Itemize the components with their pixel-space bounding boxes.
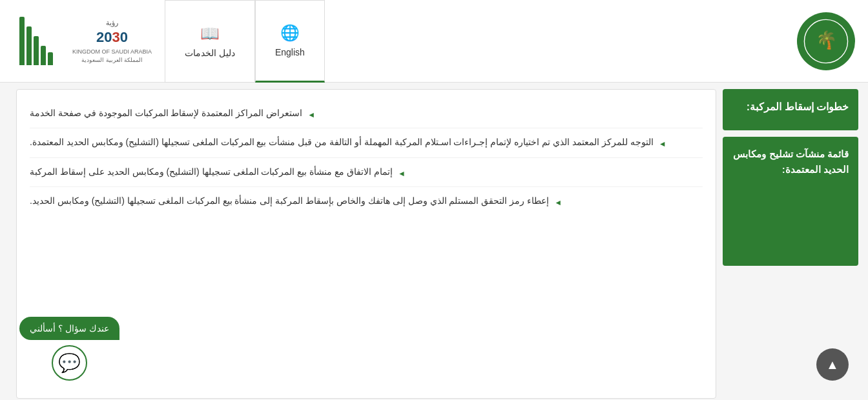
english-button[interactable]: 🌐 English xyxy=(255,0,325,83)
kingdom-arabic: المملكة العربية السعودية xyxy=(72,56,152,65)
steps-card: خطوات إسقاط المركبة: xyxy=(723,89,858,130)
globe-icon: 🌐 xyxy=(280,24,300,42)
header-right: 🌐 English 📖 دليل الخدمات رؤية 2030 KINGD… xyxy=(13,0,325,83)
abshir-logo xyxy=(13,17,59,65)
bar-2 xyxy=(41,46,46,65)
main-layout: خطوات إسقاط المركبة: قائمة منشآت تشليح و… xyxy=(0,83,868,400)
chat-bubble: عندك سؤال ؟ أسألني xyxy=(19,317,119,340)
english-label: English xyxy=(275,47,305,57)
steps-content: ◄استعراض المراكز المعتمدة لإسقاط المركبا… xyxy=(16,89,716,399)
chat-widget: عندك سؤال ؟ أسألني 💬 xyxy=(19,317,119,381)
secondary-title: قائمة منشآت تشليح ومكابس الحديد المعتمدة… xyxy=(732,146,849,177)
step-item: ◄إتمام الاتفاق مع منشأة بيع المركبات الم… xyxy=(30,158,703,187)
steps-list: ◄استعراض المراكز المعتمدة لإسقاط المركبا… xyxy=(30,99,703,216)
step-item: ◄إعطاء رمز التحقق المستلم الذي وصل إلى ه… xyxy=(30,187,703,215)
scroll-top-icon: ▲ xyxy=(826,357,839,372)
step-arrow: ◄ xyxy=(659,137,666,150)
header-left: 🌴 xyxy=(797,12,855,70)
vision-label: رؤية xyxy=(72,18,152,28)
bar-4 xyxy=(26,26,32,65)
steps-title: خطوات إسقاط المركبة: xyxy=(732,99,849,115)
secondary-card: قائمة منشآت تشليح ومكابس الحديد المعتمدة… xyxy=(723,137,858,266)
chat-icon: 💬 xyxy=(58,352,81,374)
bar-3 xyxy=(34,36,39,65)
services-guide-button[interactable]: 📖 دليل الخدمات xyxy=(165,0,255,83)
scroll-top-button[interactable]: ▲ xyxy=(816,348,849,381)
bar-1 xyxy=(48,52,53,65)
book-icon: 📖 xyxy=(200,25,220,43)
step-arrow: ◄ xyxy=(398,167,406,180)
step-item: ◄استعراض المراكز المعتمدة لإسقاط المركبا… xyxy=(30,99,703,128)
header: 🌴 🌐 English 📖 دليل الخدمات رؤية 2030 KIN… xyxy=(0,0,868,83)
step-arrow: ◄ xyxy=(554,196,562,209)
vision-year: 2030 xyxy=(72,28,152,48)
kingdom-label: KINGDOM OF SAUDI ARABIA xyxy=(72,48,152,56)
logo: 🌴 xyxy=(797,12,855,70)
services-guide-label: دليل الخدمات xyxy=(185,48,235,58)
svg-text:🌴: 🌴 xyxy=(816,30,838,50)
chat-button[interactable]: 💬 xyxy=(52,345,87,381)
step-arrow: ◄ xyxy=(307,108,315,121)
step-item: ◄التوجه للمركز المعتمد الذي تم اختياره ل… xyxy=(30,128,703,157)
bar-5 xyxy=(19,17,25,65)
vision-logo: رؤية 2030 KINGDOM OF SAUDI ARABIA المملك… xyxy=(59,18,165,64)
